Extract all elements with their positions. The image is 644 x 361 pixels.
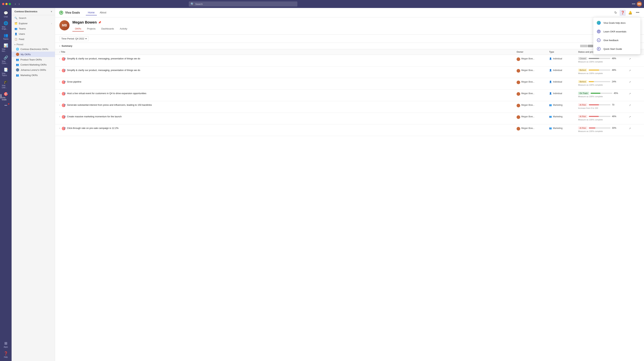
viva-goals-help-icon	[596, 20, 601, 25]
svg-point-8	[599, 40, 600, 40]
dropdown-quick-start[interactable]: Quick Start Guide	[593, 44, 640, 53]
dropdown-quick-start-label: Quick Start Guide	[604, 48, 622, 50]
feedback-icon	[596, 38, 601, 43]
dropdown-feedback-label: Give feedback	[604, 39, 618, 42]
quick-start-icon	[596, 46, 601, 52]
dropdown-feedback[interactable]: Give feedback	[593, 36, 640, 44]
dropdown-learn-okr-label: Learn OKR essentials	[604, 30, 626, 33]
vg-circle-icon	[597, 21, 601, 25]
dropdown-help-docs[interactable]: Viva Goals help docs	[593, 18, 640, 27]
svg-point-5	[598, 31, 599, 32]
svg-point-7	[598, 40, 598, 40]
svg-point-6	[597, 38, 600, 42]
dropdown-menu: Viva Goals help docs Learn OKR essential…	[593, 18, 640, 54]
dropdown-learn-okr[interactable]: Learn OKR essentials	[593, 27, 640, 36]
dropdown-overlay	[0, 8, 644, 361]
app-body: 💬 Chat 🌐 Viva Enga... 👥 Teams 📊 Viva Ins…	[0, 8, 644, 361]
dropdown-help-docs-label: Viva Goals help docs	[604, 22, 626, 24]
learn-okr-icon	[596, 29, 601, 34]
